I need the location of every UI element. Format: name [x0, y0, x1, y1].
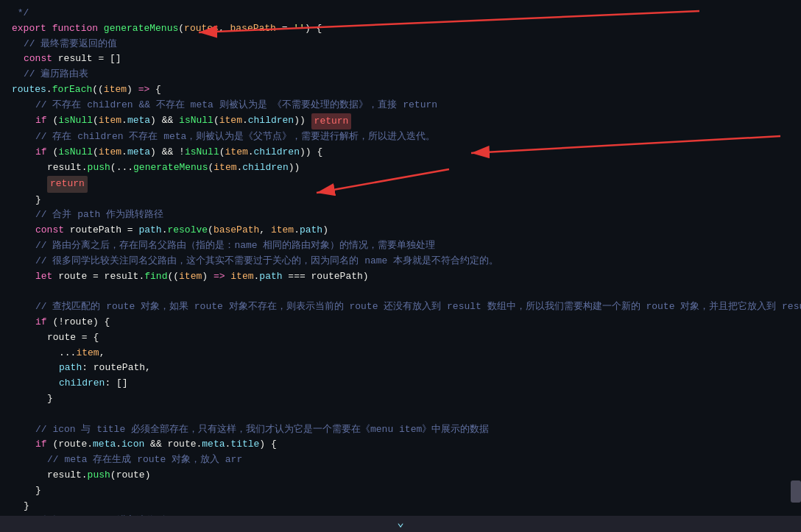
code-line: // 很多同学比较关注同名父路由，这个其实不需要过于关心的，因为同名的 name… [0, 254, 801, 269]
code-line: */ [0, 6, 801, 21]
code-line: export function generateMenus ( routes ,… [0, 21, 801, 37]
code-line: // icon 与 title 必须全部存在，只有这样，我们才认为它是一个需要在… [0, 422, 801, 438]
code-line: return [0, 176, 801, 193]
code-line: let route = result. find (( item ) => it… [0, 269, 801, 285]
code-line: children : [] [0, 376, 801, 391]
code-line: // 路由分离之后，存在同名父路由（指的是：name 相同的路由对象）的情况，需… [0, 238, 801, 254]
code-line: } [0, 193, 801, 208]
scroll-down-icon[interactable]: ⌄ [397, 514, 404, 532]
code-line: if ( isNull ( item . meta ) && ! isNull … [0, 145, 801, 160]
code-line [0, 407, 801, 422]
code-line: result. push (... generateMenus ( item .… [0, 160, 801, 176]
code-line: routes . forEach (( item ) => { [0, 82, 801, 98]
code-line: } [0, 499, 801, 514]
code-line: path : routePath, [0, 361, 801, 376]
code-line: // 不存在 children && 不存在 meta 则被认为是 《不需要处理… [0, 98, 801, 113]
code-line: const result = [] [0, 52, 801, 67]
code-line: } [0, 483, 801, 499]
code-line [0, 284, 801, 299]
code-line: if ( isNull ( item . meta ) && isNull ( … [0, 113, 801, 130]
code-line: // 遍历路由表 [0, 67, 801, 82]
code-line: // 存在 children 不存在 meta，则被认为是《父节点》，需要进行解… [0, 130, 801, 145]
code-line: if (!route) { [0, 315, 801, 330]
code-line: ... item , [0, 346, 801, 361]
code-line: } [0, 391, 801, 407]
code-line: result. push (route) [0, 468, 801, 483]
code-line: const routePath = path . resolve ( baseP… [0, 223, 801, 238]
code-line: route = { [0, 330, 801, 346]
code-line: if (route. meta . icon && route. meta . … [0, 437, 801, 453]
code-editor: */ export function generateMenus ( route… [0, 0, 801, 532]
code-line: // 查找匹配的 route 对象，如果 route 对象不存在，则表示当前的 … [0, 299, 801, 315]
bottom-bar: ⌄ [0, 516, 801, 532]
code-line: // 最终需要返回的值 [0, 37, 801, 52]
code-line: // meta 存在生成 route 对象，放入 arr [0, 453, 801, 468]
scrollbar-thumb[interactable] [791, 480, 801, 503]
code-line: // 合并 path 作为跳转路径 [0, 208, 801, 223]
